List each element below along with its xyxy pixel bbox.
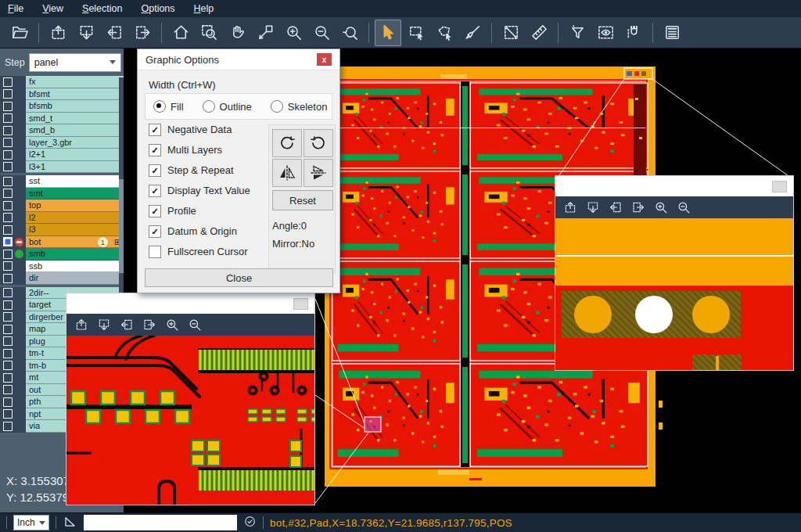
popup-zoom-out-button[interactable]	[677, 200, 691, 214]
layer-checkbox-bot[interactable]	[3, 237, 13, 246]
layer-checkbox-l3+1[interactable]	[3, 162, 13, 171]
layer-row-sst[interactable]: sst	[0, 175, 124, 188]
option-checkbox-datum-origin[interactable]: ✓Datum & Origin	[149, 225, 250, 237]
layer-checkbox-map[interactable]	[3, 325, 13, 334]
popup-pan-left-button[interactable]	[120, 318, 134, 332]
layer-checkbox-out[interactable]	[3, 385, 13, 394]
toolbar-open-button[interactable]	[6, 20, 33, 46]
toolbar-pan-right-button[interactable]	[129, 20, 156, 46]
menu-options[interactable]: Options	[141, 3, 174, 14]
toolbar-zoom-out-button[interactable]	[308, 20, 335, 46]
toolbar-home-button[interactable]	[167, 20, 194, 46]
toolbar-move-view-button[interactable]	[252, 20, 278, 46]
menu-selection[interactable]: Selection	[82, 3, 122, 14]
layer-row-l2[interactable]: l2	[0, 212, 124, 225]
layer-checkbox-smd_b[interactable]	[3, 126, 13, 135]
layer-checkbox-l2+1[interactable]	[3, 150, 13, 160]
confirm-circle-icon[interactable]	[243, 515, 257, 531]
popup-pan-down-button[interactable]	[97, 318, 111, 332]
layer-checkbox-fx[interactable]	[3, 77, 13, 87]
layer-checkbox-tm-t[interactable]	[3, 349, 13, 358]
popup-zoom-out-button[interactable]	[188, 318, 202, 332]
layer-row-smd_b[interactable]: smd_b	[0, 124, 124, 137]
layer-checkbox-dir[interactable]	[3, 274, 13, 283]
layer-checkbox-sst[interactable]	[3, 177, 13, 186]
dialog-close-button[interactable]: Close	[145, 268, 333, 287]
magnifier-popup-titlebar[interactable]	[66, 293, 314, 314]
layer-checkbox-smd_t[interactable]	[3, 113, 13, 123]
toolbar-view-options-button[interactable]	[592, 20, 619, 46]
layer-row-ssb[interactable]: ssb	[0, 261, 124, 273]
layer-checkbox-plug[interactable]	[3, 336, 13, 346]
layer-row-l3[interactable]: l3	[0, 224, 124, 236]
toolbar-layers-panel-button[interactable]	[659, 20, 685, 46]
toolbar-select-button[interactable]	[375, 20, 401, 46]
reset-button[interactable]: Reset	[272, 190, 333, 210]
measure-corner-icon[interactable]	[63, 514, 77, 532]
option-checkbox-step-repeat[interactable]: ✓Step & Repeat	[149, 164, 250, 176]
toolbar-snap-button[interactable]	[620, 20, 647, 46]
layer-row-l3+1[interactable]: l3+1	[0, 161, 124, 174]
layer-row-dir[interactable]: dir	[0, 272, 124, 285]
popup-pan-right-button[interactable]	[142, 318, 156, 332]
rotate-ccw-button[interactable]	[304, 129, 333, 157]
width-radio-outline[interactable]: Outline	[203, 100, 252, 113]
layer-row-smt[interactable]: smt	[0, 188, 124, 200]
menu-help[interactable]: Help	[194, 3, 214, 14]
popup-pan-down-button[interactable]	[586, 200, 600, 214]
layer-checkbox-tm-b[interactable]	[3, 361, 13, 370]
menu-view[interactable]: View	[42, 3, 63, 14]
option-checkbox-display-text-value[interactable]: ✓Display Text Value	[149, 185, 250, 196]
toolbar-pan-down-button[interactable]	[73, 20, 99, 46]
width-radio-fill[interactable]: Fill	[153, 100, 184, 113]
popup-minimize-button[interactable]	[293, 298, 308, 310]
popup-zoom-in-button[interactable]	[654, 200, 668, 214]
layer-row-smb[interactable]: smb	[0, 248, 124, 261]
layer-checkbox-smt[interactable]	[3, 189, 13, 198]
rotate-cw-button[interactable]	[272, 129, 302, 157]
layer-checkbox-layer_3.gbr[interactable]	[3, 138, 13, 147]
layer-checkbox-target[interactable]	[3, 300, 13, 310]
popup-pan-left-button[interactable]	[609, 200, 623, 214]
toolbar-select-poly-button[interactable]	[431, 20, 458, 46]
menu-file[interactable]: File	[8, 3, 23, 14]
toolbar-ruler-button[interactable]	[526, 20, 552, 46]
toolbar-zoom-previous-button[interactable]	[336, 20, 363, 46]
layer-checkbox-npt[interactable]	[3, 409, 13, 419]
toolbar-filter-button[interactable]	[564, 20, 591, 46]
option-checkbox-profile[interactable]: ✓Profile	[149, 205, 250, 217]
popup-pan-up-button[interactable]	[563, 200, 577, 214]
layer-checkbox-l3[interactable]	[3, 225, 13, 235]
layer-checkbox-top[interactable]	[3, 201, 13, 210]
toolbar-pan-hand-button[interactable]	[224, 20, 250, 46]
toolbar-select-rect-button[interactable]	[403, 20, 429, 46]
layer-checkbox-dirgerber[interactable]	[3, 312, 13, 322]
option-checkbox-multi-layers[interactable]: ✓Multi Layers	[149, 144, 250, 156]
layer-row-bot[interactable]: bot1⊞	[0, 236, 124, 249]
layer-row-bfsmt[interactable]: bfsmt	[0, 88, 124, 101]
layer-row-l2+1[interactable]: l2+1	[0, 149, 124, 161]
layer-checkbox-bfsmt[interactable]	[3, 89, 13, 99]
layer-checkbox-pth[interactable]	[3, 397, 13, 407]
step-select[interactable]: panel	[29, 53, 121, 72]
layer-row-top[interactable]: top	[0, 200, 124, 212]
toolbar-measure-button[interactable]	[497, 20, 524, 46]
toolbar-pan-left-button[interactable]	[101, 20, 128, 46]
layer-checkbox-2dir--[interactable]	[3, 288, 13, 297]
mirror-horizontal-button[interactable]	[272, 159, 302, 187]
toolbar-clean-button[interactable]	[459, 20, 486, 46]
layer-checkbox-mt[interactable]	[3, 373, 13, 383]
toolbar-zoom-window-button[interactable]	[196, 20, 222, 46]
toolbar-zoom-in-button[interactable]	[280, 20, 307, 46]
toolbar-pan-up-button[interactable]	[45, 20, 71, 46]
popup-pan-right-button[interactable]	[631, 200, 645, 214]
layer-checkbox-via[interactable]	[3, 422, 13, 431]
command-input[interactable]	[84, 515, 237, 530]
popup-minimize-button[interactable]	[772, 181, 787, 192]
unit-select[interactable]: Inch	[13, 515, 49, 530]
option-checkbox-fullscreen-cursor[interactable]: Fullscreen Cursor	[149, 246, 250, 257]
layer-checkbox-ssb[interactable]	[3, 261, 13, 271]
layer-row-bfsmb[interactable]: bfsmb	[0, 100, 124, 113]
popup-pan-up-button[interactable]	[74, 318, 88, 332]
layer-row-layer_3.gbr[interactable]: layer_3.gbr	[0, 137, 124, 149]
